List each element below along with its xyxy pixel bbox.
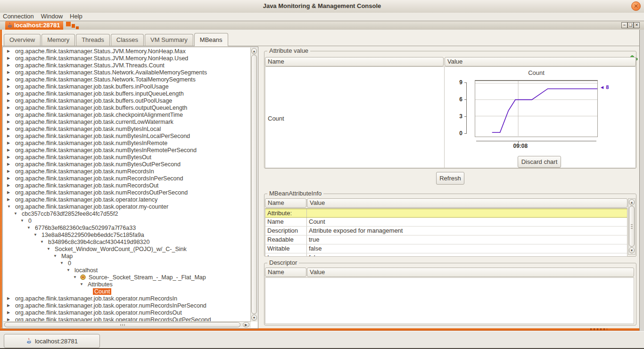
tree-node[interactable]: ▶ org.apache.flink.taskmanager.job.task.… [3, 182, 251, 189]
tree-expand-arrow[interactable]: ▼ [66, 267, 73, 274]
tree-node[interactable]: ▼ 13e8a8485229509eb6eddc75c185fa9a [3, 231, 251, 238]
tree-expand-arrow[interactable]: ▶ [7, 118, 14, 125]
tree-expand-arrow[interactable]: ▶ [7, 69, 14, 76]
tree-node[interactable]: ▶ org.apache.flink.taskmanager.job.task.… [3, 125, 251, 132]
tree-expand-arrow[interactable]: ▶ [7, 182, 14, 189]
tree-expand-arrow[interactable]: ▶ [7, 48, 14, 55]
info-table-row[interactable]: Description Attribute exposed for manage… [265, 227, 627, 235]
scrollbar-thumb[interactable] [4, 322, 240, 327]
window-titlebar[interactable]: Java Monitoring & Management Console [0, 0, 644, 13]
tree-node[interactable]: ▼ localhost [3, 267, 251, 274]
descriptor-value-header[interactable]: Value [307, 268, 634, 277]
tree-node[interactable]: ▶ org.apache.flink.taskmanager.job.task.… [3, 139, 251, 146]
tree-node[interactable]: ▶ org.apache.flink.taskmanager.job.task.… [3, 196, 251, 203]
tree-node[interactable]: ▶ org.apache.flink.taskmanager.job.task.… [3, 154, 251, 161]
tree-node[interactable]: ▶ org.apache.flink.taskmanager.job.task.… [3, 189, 251, 196]
tree-node[interactable]: ▶ org.apache.flink.taskmanager.job.task.… [3, 132, 251, 139]
frame-close-button[interactable]: ✕ [634, 22, 640, 28]
scroll-down-arrow[interactable]: ▼ [251, 315, 257, 321]
tree-node[interactable]: ▼ Map [3, 252, 251, 260]
tree-expand-arrow[interactable]: ▶ [7, 175, 14, 182]
refresh-button[interactable]: Refresh [436, 172, 464, 185]
tree-node[interactable]: ▶ org.apache.flink.taskmanager.Status.JV… [3, 48, 251, 55]
tab[interactable]: Threads [76, 34, 110, 46]
tree-node[interactable]: ▼ Source-_Socket_Stream_-_Map_-_Flat_Map [3, 274, 251, 281]
tree-node[interactable]: ▶ org.apache.flink.taskmanager.job.task.… [3, 168, 251, 175]
tree-expand-arrow[interactable]: ▶ [7, 62, 14, 69]
tree-expand-arrow[interactable]: ▶ [7, 146, 14, 154]
tree-node[interactable]: ▼ Socket_Window_WordCount_(POJO)_w/_C-_S… [3, 245, 251, 252]
tree-expand-arrow[interactable]: ▼ [60, 260, 66, 267]
tree-expand-arrow[interactable]: ▶ [7, 55, 14, 62]
attr-table-value-header[interactable]: Value [445, 57, 636, 66]
info-table-row[interactable]: Name Count [265, 218, 627, 227]
tree-node[interactable]: ▼ 0 [3, 217, 251, 224]
scroll-up-arrow[interactable]: ▲ [251, 48, 257, 54]
tree-node[interactable]: ▶ org.apache.flink.taskmanager.job.task.… [3, 83, 251, 90]
tree-expand-arrow[interactable]: ▼ [80, 281, 86, 288]
tree-node[interactable]: ▼ 6776b3ef682360c9ac502997a7f76a33 [3, 224, 251, 231]
scrollbar-thumb[interactable] [251, 55, 257, 314]
menu-item[interactable]: Connection [0, 13, 38, 20]
menu-item[interactable]: Help [67, 13, 87, 20]
internal-frame-titlebar[interactable] [0, 21, 644, 30]
tree-expand-arrow[interactable]: ▶ [7, 139, 14, 146]
tree-node[interactable]: ▼ org.apache.flink.taskmanager.job.task.… [3, 203, 251, 210]
tree-expand-arrow[interactable]: ▶ [7, 189, 14, 196]
tree-expand-arrow[interactable]: ▼ [7, 203, 14, 210]
tree-node[interactable]: ▼ b34896c8c39b4c8cacf4304419d98320 [3, 238, 251, 245]
tree-node[interactable]: ▶ org.apache.flink.taskmanager.Status.JV… [3, 62, 251, 69]
connection-tab-button[interactable]: localhost:28781 [4, 334, 100, 348]
tree-node[interactable]: ▶ org.apache.flink.taskmanager.job.task.… [3, 309, 251, 316]
tree-node[interactable]: ▼ 0 [3, 260, 251, 267]
tree-horizontal-scrollbar[interactable]: ▶ [3, 321, 251, 328]
info-table-row[interactable]: Writable false [265, 244, 627, 253]
tree-node[interactable]: ▶ org.apache.flink.taskmanager.job.task.… [3, 146, 251, 154]
tree-expand-arrow[interactable]: ▼ [27, 224, 33, 231]
info-table-name-header[interactable]: Name [265, 198, 306, 208]
frame-resize-grip[interactable] [590, 328, 607, 330]
tree-expand-arrow[interactable]: ▶ [7, 90, 14, 97]
info-table-row[interactable]: Is false [265, 253, 627, 257]
frame-restore-button[interactable]: ❏ [627, 22, 634, 28]
frame-minimize-button[interactable]: − [621, 22, 627, 28]
info-table-value-header[interactable]: Value [307, 198, 627, 208]
tab[interactable]: MBeans [194, 33, 228, 46]
tree-node[interactable]: ▶ org.apache.flink.taskmanager.job.task.… [3, 118, 251, 125]
tree-expand-arrow[interactable]: ▶ [7, 76, 14, 83]
tree-expand-arrow[interactable]: ▶ [7, 309, 14, 316]
tree-vertical-scrollbar[interactable]: ▲ ▼ [250, 48, 257, 322]
tree-node[interactable]: ▶ org.apache.flink.taskmanager.job.task.… [3, 104, 251, 111]
tree-expand-arrow[interactable]: ▶ [7, 83, 14, 90]
window-close-button[interactable]: ✕ [631, 1, 641, 11]
tree-node[interactable]: ▶ org.apache.flink.taskmanager.job.task.… [3, 111, 251, 118]
descriptor-name-header[interactable]: Name [265, 268, 306, 277]
tree-node[interactable]: ▼ Attributes [3, 281, 251, 288]
tree-expand-arrow[interactable]: ▶ [7, 132, 14, 139]
tree-node[interactable]: ▶ org.apache.flink.taskmanager.Status.Ne… [3, 69, 251, 76]
tree-expand-arrow[interactable]: ▼ [47, 245, 53, 252]
tree-expand-arrow[interactable]: ▼ [53, 252, 60, 260]
tree-expand-arrow[interactable]: ▼ [33, 231, 40, 238]
info-table-scrollbar[interactable]: ▲ ▼ [628, 198, 636, 255]
tree-node[interactable]: ▶ org.apache.flink.taskmanager.Status.JV… [3, 55, 251, 62]
tree-expand-arrow[interactable]: ▶ [7, 125, 14, 132]
tree-expand-arrow[interactable]: ▶ [7, 196, 14, 203]
tree-expand-arrow[interactable]: ▶ [7, 111, 14, 118]
attr-name-cell[interactable]: Count [265, 67, 445, 168]
discard-chart-button[interactable]: Discard chart [518, 156, 561, 168]
tree-node[interactable]: ▼ cbc357ccb763df2852fee8c4fc7d55f2 [3, 210, 251, 217]
tab[interactable]: Overview [4, 34, 41, 46]
tree-expand-arrow[interactable]: ▶ [7, 168, 14, 175]
menu-item[interactable]: Window [38, 13, 67, 20]
tree-node[interactable]: ▶ org.apache.flink.taskmanager.Status.Ne… [3, 76, 251, 83]
attr-table-name-header[interactable]: Name [265, 57, 444, 66]
scroll-down-arrow[interactable]: ▼ [629, 247, 635, 253]
scrollbar-thumb[interactable] [629, 206, 635, 247]
tree-node[interactable]: ▶ org.apache.flink.taskmanager.job.task.… [3, 295, 251, 302]
tree-node[interactable]: ▶ org.apache.flink.taskmanager.job.task.… [3, 97, 251, 104]
tree-node[interactable]: ▶ org.apache.flink.taskmanager.job.task.… [3, 302, 251, 309]
tree-expand-arrow[interactable]: ▶ [7, 302, 14, 309]
info-table-row[interactable]: Attribute: [265, 209, 627, 218]
tree-node[interactable]: ▶ org.apache.flink.taskmanager.job.task.… [3, 161, 251, 168]
